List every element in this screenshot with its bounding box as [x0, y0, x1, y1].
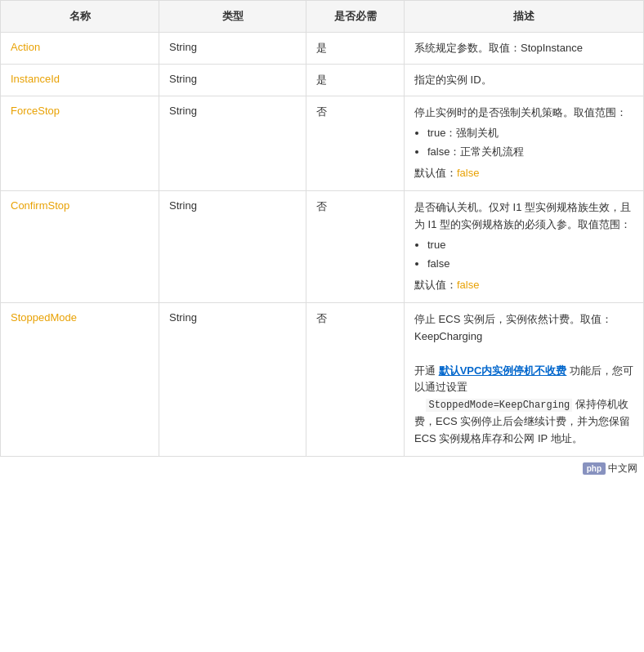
param-desc-forcestop: 停止实例时的是否强制关机策略。取值范围： true：强制关机 false：正常关… — [405, 96, 644, 191]
param-name-action: Action — [1, 33, 159, 65]
list-item: false — [427, 256, 633, 273]
table-row: Action String 是 系统规定参数。取值：StopInstance — [1, 33, 644, 65]
col-header-name: 名称 — [1, 1, 159, 33]
param-desc-instanceid: 指定的实例 ID。 — [405, 65, 644, 96]
param-type-action: String — [159, 33, 306, 65]
param-type-forcestop: String — [159, 96, 306, 191]
param-required-action: 是 — [306, 33, 405, 65]
params-table: 名称 类型 是否必需 描述 Action String 是 系统规定参数。取值：… — [0, 0, 644, 457]
param-name-confirmstop: ConfirmStop — [1, 191, 159, 303]
stoppedmode-code: StoppedMode=KeepCharging — [426, 399, 572, 412]
param-name-forcestop: ForceStop — [1, 96, 159, 191]
table-row: InstanceId String 是 指定的实例 ID。 — [1, 65, 644, 96]
param-name-stoppedmode: StoppedMode — [1, 303, 159, 457]
page-footer: php中文网 — [0, 457, 644, 480]
param-required-confirmstop: 否 — [306, 191, 405, 303]
param-type-stoppedmode: String — [159, 303, 306, 457]
list-item: true：强制关机 — [427, 125, 633, 142]
list-item: false：正常关机流程 — [427, 144, 633, 161]
param-name-instanceid: InstanceId — [1, 65, 159, 96]
confirmstop-default: 默认值：false — [414, 277, 633, 294]
stoppedmode-link[interactable]: 默认VPC内实例停机不收费 — [439, 364, 567, 377]
confirmstop-intro: 是否确认关机。仅对 I1 型实例规格族生效，且为 I1 型的实例规格族的必须入参… — [414, 201, 631, 230]
stoppedmode-intro: 停止 ECS 实例后，实例依然计费。取值：KeepCharging — [414, 313, 612, 342]
col-header-required: 是否必需 — [306, 1, 405, 33]
list-item: true — [427, 237, 633, 254]
param-required-stoppedmode: 否 — [306, 303, 405, 457]
col-header-type: 类型 — [159, 1, 306, 33]
stoppedmode-link-prefix: 开通 — [414, 364, 439, 377]
site-name: 中文网 — [608, 462, 637, 474]
forcestop-intro: 停止实例时的是否强制关机策略。取值范围： — [414, 106, 627, 118]
forcestop-default: 默认值：false — [414, 165, 633, 182]
param-required-instanceid: 是 — [306, 65, 405, 96]
col-header-desc: 描述 — [405, 1, 644, 33]
param-desc-stoppedmode: 停止 ECS 实例后，实例依然计费。取值：KeepCharging 开通 默认V… — [405, 303, 644, 457]
table-row: ConfirmStop String 否 是否确认关机。仅对 I1 型实例规格族… — [1, 191, 644, 303]
param-desc-confirmstop: 是否确认关机。仅对 I1 型实例规格族生效，且为 I1 型的实例规格族的必须入参… — [405, 191, 644, 303]
table-row: StoppedMode String 否 停止 ECS 实例后，实例依然计费。取… — [1, 303, 644, 457]
forcestop-list: true：强制关机 false：正常关机流程 — [427, 125, 633, 161]
param-desc-action: 系统规定参数。取值：StopInstance — [405, 33, 644, 65]
table-row: ForceStop String 否 停止实例时的是否强制关机策略。取值范围： … — [1, 96, 644, 191]
php-logo: php — [583, 462, 606, 475]
confirmstop-list: true false — [427, 237, 633, 273]
param-required-forcestop: 否 — [306, 96, 405, 191]
param-type-instanceid: String — [159, 65, 306, 96]
param-type-confirmstop: String — [159, 191, 306, 303]
